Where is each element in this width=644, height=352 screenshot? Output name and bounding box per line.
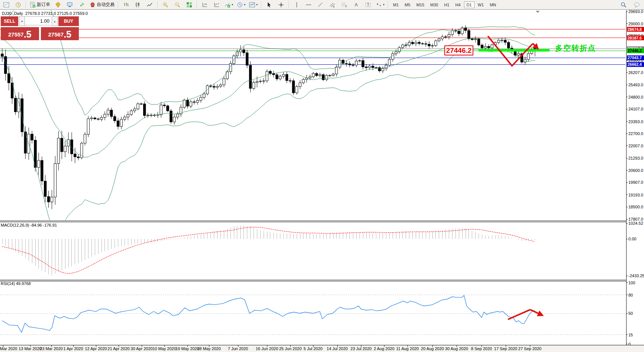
bar-chart-button[interactable] — [120, 0, 132, 9]
toolbar-separator — [289, 1, 289, 9]
history-button[interactable] — [13, 0, 24, 9]
svg-text:23 Jul 2020: 23 Jul 2020 — [351, 346, 372, 351]
hline-tool-button[interactable] — [303, 0, 314, 9]
rsi-line — [2, 295, 534, 332]
toolbar-right-group — [618, 0, 643, 10]
buy-price-display[interactable]: 27567 .5 — [41, 27, 79, 40]
timeframe-button-D1[interactable]: D1 — [464, 1, 474, 8]
vline-tool-button[interactable] — [291, 0, 302, 9]
autotrade-button[interactable]: 自动交易 — [88, 0, 116, 9]
price-level-tag[interactable]: 27446.2 — [444, 45, 473, 55]
svg-text:20600.0: 20600.0 — [628, 168, 643, 173]
templates-button[interactable]: ▾ — [248, 0, 259, 9]
periods-button[interactable]: ▾ — [235, 0, 247, 9]
tile-windows-button[interactable] — [184, 0, 195, 9]
svg-text:22007.0: 22007.0 — [628, 144, 643, 148]
svg-text:12 Apr 2020: 12 Apr 2020 — [85, 346, 107, 351]
fibonacci-tool-button[interactable]: F — [339, 0, 350, 9]
timeframe-button-MN[interactable]: MN — [487, 1, 499, 8]
svg-text:100: 100 — [628, 281, 635, 285]
chart-window-button[interactable] — [1, 0, 12, 9]
toolbar-separator — [26, 1, 26, 9]
svg-text:24800.0: 24800.0 — [628, 95, 643, 99]
label-tool-button[interactable]: T — [363, 0, 374, 9]
volume-input[interactable] — [25, 16, 51, 25]
line-chart-button[interactable] — [144, 0, 155, 9]
svg-text:15: 15 — [628, 333, 633, 337]
timeframe-button-M1[interactable]: M1 — [390, 1, 401, 8]
trendline-tool-button[interactable] — [315, 0, 326, 9]
chart-shift-button[interactable] — [211, 0, 222, 9]
sell-price-main: 27557 — [8, 30, 24, 39]
svg-text:27446.2: 27446.2 — [628, 48, 642, 53]
ohlc-values: 27678.0 27731.0 27125.0 27559.0 — [25, 11, 88, 16]
chart-forward-button[interactable] — [199, 0, 210, 9]
macd-signal-line — [2, 227, 535, 273]
dropdown-caret: ▾ — [232, 3, 233, 6]
timeframe-button-H4[interactable]: H4 — [453, 1, 463, 8]
macd-panel — [2, 225, 535, 276]
buy-button[interactable]: BUY — [58, 16, 79, 26]
label-icon: T — [365, 2, 371, 8]
channel-tool-button[interactable]: E — [327, 0, 338, 9]
dropdown-caret: ▾ — [256, 3, 258, 6]
chat-bubble-icon — [634, 2, 640, 8]
volume-decrease-button[interactable]: ▼ — [19, 16, 25, 26]
candlestick-button[interactable] — [132, 0, 144, 9]
timeframe-button-M5[interactable]: M5 — [402, 1, 413, 8]
svg-text:26662.4: 26662.4 — [628, 62, 642, 67]
dropdown-caret: ▾ — [244, 3, 245, 6]
terminal-button[interactable] — [64, 0, 75, 9]
crosshair-tool-button[interactable] — [276, 0, 287, 9]
svg-text:-2433.25: -2433.25 — [628, 273, 644, 278]
timeframe-button-H1[interactable]: H1 — [441, 1, 452, 8]
chart-canvas[interactable]: 29693.029000.028307.026900.026207.025493… — [0, 0, 644, 352]
arrows-tool-button[interactable]: ▾ — [374, 0, 386, 9]
date-axis[interactable]: Mar 202013 Mar 202023 Mar 20201 Apr 2020… — [0, 345, 644, 352]
zoom-in-button[interactable] — [160, 0, 171, 9]
horizontal-line-icon — [306, 2, 312, 8]
svg-text:23 Mar 2020: 23 Mar 2020 — [40, 346, 63, 351]
indicators-button[interactable]: ▾ — [223, 0, 235, 9]
signal-button[interactable] — [76, 0, 87, 9]
candlestick-icon — [135, 2, 141, 8]
toolbar-separator — [118, 1, 119, 9]
zoom-out-button[interactable] — [172, 0, 183, 9]
timeframe-button-M15[interactable]: M15 — [414, 1, 427, 8]
new-order-button[interactable]: 新订单 — [28, 0, 52, 9]
svg-text:1024.52: 1024.52 — [628, 221, 643, 225]
dropdown-caret: ▾ — [383, 3, 384, 6]
vertical-line-icon — [294, 2, 300, 8]
timeframe-button-W1[interactable]: W1 — [475, 1, 487, 8]
trend-annotations — [479, 11, 550, 66]
svg-text:1 Apr 2020: 1 Apr 2020 — [63, 346, 83, 351]
autotrade-icon — [90, 2, 96, 8]
svg-text:29000.0: 29000.0 — [628, 22, 643, 26]
templates-icon — [249, 2, 255, 8]
toolbar-separator — [197, 1, 197, 9]
rsi-panel — [0, 295, 625, 335]
sell-price-display[interactable]: 27557 .5 — [1, 27, 39, 40]
chat-button[interactable] — [631, 0, 643, 9]
search-button[interactable] — [618, 0, 629, 9]
text-icon: A — [353, 2, 359, 8]
periods-clock-icon — [237, 2, 243, 8]
volume-increase-button[interactable]: ▲ — [52, 16, 58, 26]
metaquotes-button[interactable] — [52, 0, 64, 9]
one-click-trading-panel: SELL ▼ ▲ BUY 27557 .5 27567 .5 — [1, 16, 79, 40]
svg-text:10 May 2020: 10 May 2020 — [152, 346, 176, 351]
trade-buttons-row: SELL ▼ ▲ BUY — [1, 16, 79, 26]
svg-text:26207.0: 26207.0 — [628, 70, 643, 75]
signal-icon — [79, 2, 85, 8]
svg-text:80: 80 — [628, 293, 633, 297]
text-tool-button[interactable]: A — [351, 0, 362, 9]
bar-chart-icon — [123, 2, 129, 8]
svg-text:27043.7: 27043.7 — [628, 55, 642, 60]
sell-button[interactable]: SELL — [1, 16, 18, 26]
timeframe-button-M30[interactable]: M30 — [428, 1, 441, 8]
chart-shift-marker — [536, 11, 540, 13]
cursor-tool-button[interactable] — [264, 0, 275, 9]
turning-point-annotation: 多空转折点 — [555, 43, 596, 53]
svg-text:13 Mar 2020: 13 Mar 2020 — [19, 346, 42, 351]
svg-text:22700.0: 22700.0 — [628, 131, 643, 136]
